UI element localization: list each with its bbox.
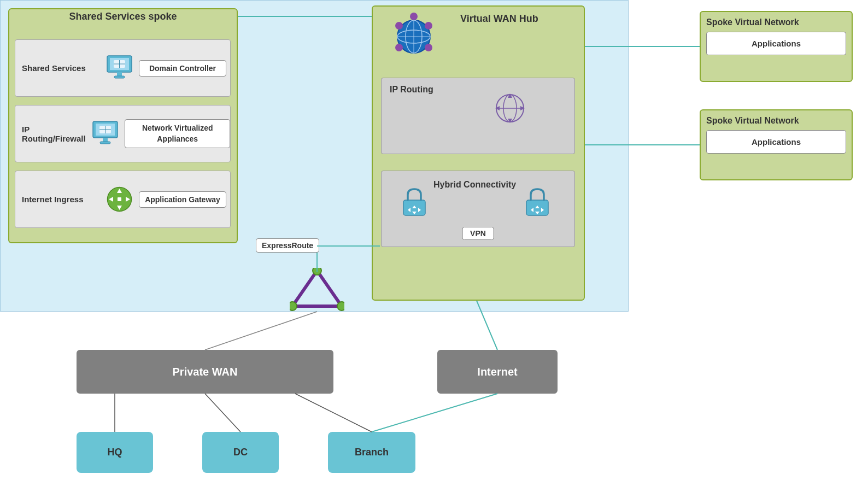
spoke-vnet-1: Spoke Virtual Network Applications [700,11,853,82]
svg-point-49 [290,302,297,311]
routing-label: IP Routing [390,85,433,95]
svg-point-27 [425,22,432,30]
svg-point-50 [337,302,344,311]
spoke-vnet-2-title: Spoke Virtual Network [706,116,846,126]
vwan-globe-icon [389,12,438,63]
svg-rect-19 [118,197,121,201]
spoke-vnet-2-app: Applications [706,130,846,154]
internet-ingress-row: Internet Ingress Application Gateway [15,171,231,228]
private-wan-box: Private WAN [77,350,333,394]
hq-label: HQ [108,447,122,458]
internet-label: Internet [477,366,517,378]
dc-box: DC [202,432,279,473]
branch-box: Branch [328,432,415,473]
internet-ingress-label: Internet Ingress [15,195,100,204]
gateway-icon [104,184,134,214]
hq-box: HQ [77,432,153,473]
ip-routing-row: IP Routing/Firewall Network Virtualized … [15,105,231,162]
svg-point-25 [410,13,418,20]
routing-icon [491,89,529,130]
hybrid-connectivity-box: Hybrid Connectivity VPN [381,171,575,247]
shared-services-spoke-title: Shared Services spoke [63,8,182,25]
shared-services-row: Shared Services Domain Controller [15,39,231,97]
internet-box: Internet [437,350,558,394]
svg-point-29 [395,44,403,51]
domain-controller-box: Domain Controller [139,60,226,77]
expressroute-label: ExpressRoute [256,238,319,253]
vpn-label: VPN [462,227,494,240]
dc-label: DC [233,447,248,458]
spoke-vnet-1-app: Applications [706,32,846,55]
svg-rect-13 [100,142,110,144]
routing-box: IP Routing [381,78,575,154]
svg-point-26 [395,22,403,30]
lock-icon-right [521,185,554,220]
svg-rect-6 [114,76,125,78]
svg-point-48 [313,268,321,275]
spoke-vnet-2: Spoke Virtual Network Applications [700,109,853,180]
computer-icon-1 [104,53,134,83]
network-virtualized-box: Network Virtualized Appliances [125,119,230,148]
expressroute-triangle-icon [290,268,344,314]
svg-point-28 [425,44,432,51]
application-gateway-box: Application Gateway [139,191,226,208]
svg-rect-12 [103,138,108,142]
hybrid-connectivity-label: Hybrid Connectivity [433,179,516,191]
lock-icon-left [398,185,431,220]
shared-services-label: Shared Services [15,63,100,73]
vwan-hub: Virtual WAN Hub IP Routing [372,5,585,301]
shared-services-spoke: Shared Services spoke Shared Services Do… [8,8,238,243]
svg-marker-47 [292,271,342,306]
branch-label: Branch [355,447,389,458]
ip-routing-label: IP Routing/Firewall [15,125,86,143]
spoke-vnet-1-title: Spoke Virtual Network [706,17,846,27]
private-wan-label: Private WAN [173,366,238,378]
svg-rect-5 [117,72,122,76]
vwan-hub-title: Virtual WAN Hub [460,13,538,25]
computer-icon-2 [90,119,120,149]
